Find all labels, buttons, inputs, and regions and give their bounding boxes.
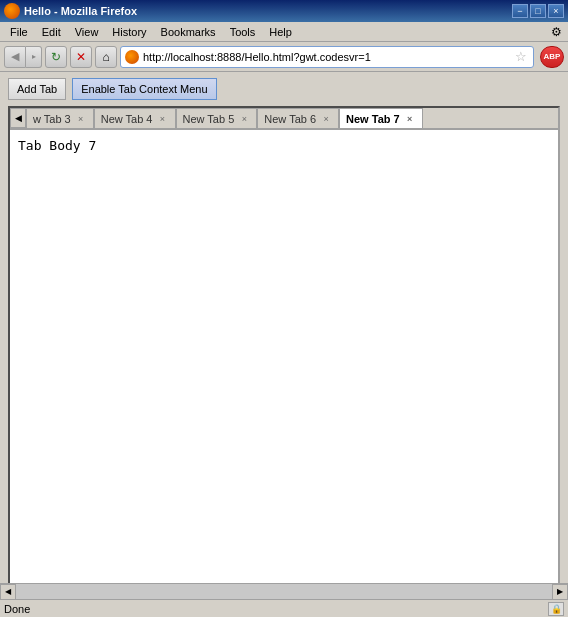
tab-5-close[interactable]: × <box>238 113 250 125</box>
tab-3[interactable]: w Tab 3 × <box>26 108 94 128</box>
tab-3-label: w Tab 3 <box>33 113 71 125</box>
menu-edit[interactable]: Edit <box>36 24 67 40</box>
tab-5[interactable]: New Tab 5 × <box>176 108 258 128</box>
add-tab-button[interactable]: Add Tab <box>8 78 66 100</box>
back-forward-group: ◀ ▸ <box>4 46 42 68</box>
menu-view[interactable]: View <box>69 24 105 40</box>
tab-strip: ◀ w Tab 3 × New Tab 4 × New Tab 5 × New … <box>10 108 558 130</box>
tab-body-text: Tab Body 7 <box>18 138 96 153</box>
tab-7-label: New Tab 7 <box>346 113 400 125</box>
title-bar: Hello - Mozilla Firefox − □ × <box>0 0 568 22</box>
forward-button[interactable]: ▸ <box>26 46 42 68</box>
status-bar: Done 🔒 <box>0 599 568 617</box>
horizontal-scrollbar: ◀ ▶ <box>0 583 568 599</box>
scroll-right-button[interactable]: ▶ <box>552 584 568 600</box>
url-input[interactable] <box>143 51 513 63</box>
tab-6-close[interactable]: × <box>320 113 332 125</box>
bookmark-star-icon[interactable]: ☆ <box>515 49 527 64</box>
status-text: Done <box>4 603 548 615</box>
stop-button[interactable]: ✕ <box>70 46 92 68</box>
menu-tools[interactable]: Tools <box>224 24 262 40</box>
nav-bar: ◀ ▸ ↻ ✕ ⌂ ☆ ABP <box>0 42 568 72</box>
close-button[interactable]: × <box>548 4 564 18</box>
back-button[interactable]: ◀ <box>4 46 26 68</box>
tab-scroll-left-button[interactable]: ◀ <box>10 108 26 128</box>
tab-7-close[interactable]: × <box>404 113 416 125</box>
gear-icon[interactable]: ⚙ <box>548 24 564 40</box>
abp-button[interactable]: ABP <box>540 46 564 68</box>
scroll-left-button[interactable]: ◀ <box>0 584 16 600</box>
menu-bar: File Edit View History Bookmarks Tools H… <box>0 22 568 42</box>
menu-help[interactable]: Help <box>263 24 298 40</box>
menu-history[interactable]: History <box>106 24 152 40</box>
maximize-button[interactable]: □ <box>530 4 546 18</box>
title-bar-left: Hello - Mozilla Firefox <box>4 3 137 19</box>
minimize-button[interactable]: − <box>512 4 528 18</box>
tab-4-close[interactable]: × <box>157 113 169 125</box>
tab-4-label: New Tab 4 <box>101 113 153 125</box>
menu-file[interactable]: File <box>4 24 34 40</box>
tab-5-label: New Tab 5 <box>183 113 235 125</box>
app-toolbar: Add Tab Enable Tab Context Menu <box>0 72 568 106</box>
tab-6[interactable]: New Tab 6 × <box>257 108 339 128</box>
menu-bookmarks[interactable]: Bookmarks <box>155 24 222 40</box>
tab-3-close[interactable]: × <box>75 113 87 125</box>
firefox-icon <box>4 3 20 19</box>
url-bar: ☆ <box>120 46 534 68</box>
title-bar-controls: − □ × <box>512 4 564 18</box>
browser-window: Hello - Mozilla Firefox − □ × File Edit … <box>0 0 568 617</box>
refresh-button[interactable]: ↻ <box>45 46 67 68</box>
home-button[interactable]: ⌂ <box>95 46 117 68</box>
status-lock-icon: 🔒 <box>548 602 564 616</box>
tab-body: Tab Body 7 <box>10 130 558 615</box>
enable-tab-context-menu-button[interactable]: Enable Tab Context Menu <box>72 78 216 100</box>
scroll-track[interactable] <box>16 584 552 600</box>
tab-panel: ◀ w Tab 3 × New Tab 4 × New Tab 5 × New … <box>8 106 560 617</box>
url-favicon <box>125 50 139 64</box>
tab-7[interactable]: New Tab 7 × <box>339 108 423 130</box>
tab-4[interactable]: New Tab 4 × <box>94 108 176 128</box>
tab-6-label: New Tab 6 <box>264 113 316 125</box>
window-title: Hello - Mozilla Firefox <box>24 5 137 17</box>
